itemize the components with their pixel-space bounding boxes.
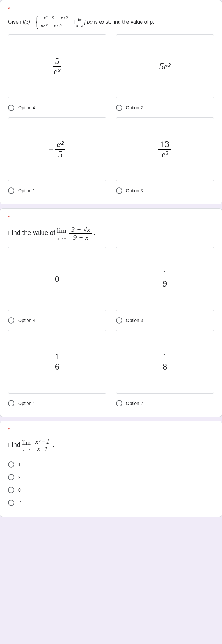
- opt1b-val: 5e²: [159, 61, 171, 71]
- piecewise-rows: −x² +9x≤2 peˣx>2: [41, 14, 68, 29]
- opt2b-num: 1: [161, 269, 169, 279]
- required-mark: *: [8, 6, 10, 11]
- opt1c-neg: −: [49, 144, 54, 154]
- left-brace-icon: {: [35, 17, 38, 26]
- option-radio-3a[interactable]: 1: [8, 458, 214, 471]
- radio-icon: [8, 487, 14, 493]
- question-card-1: * Given f(x)= { −x² +9x≤2 peˣx>2 . If li…: [0, 0, 222, 204]
- question-card-2: * Find the value of lim x→9 3 − √x 9 − x…: [0, 208, 222, 417]
- option-radio-1c[interactable]: Option 1: [8, 185, 106, 196]
- required-mark: *: [8, 427, 10, 432]
- opt1d-label: Option 3: [126, 188, 143, 193]
- question-text-3: Find lim x→1 x² −1 x+1 .: [8, 438, 214, 453]
- opt1a-label: Option 4: [18, 105, 35, 110]
- piece2-expr: peˣ: [41, 22, 47, 30]
- radio-icon: [116, 105, 122, 111]
- option-radio-3b[interactable]: 2: [8, 471, 214, 484]
- option-radio-2b[interactable]: Option 3: [116, 315, 214, 326]
- q3-prefix: Find: [8, 441, 22, 448]
- opt2c-label: Option 1: [18, 401, 35, 406]
- q3-frac-num: x² −1: [34, 438, 51, 445]
- opt2b-label: Option 3: [126, 318, 143, 323]
- opt3d-label: -1: [18, 500, 22, 505]
- lim-label: lim: [76, 16, 83, 24]
- opt2a-val: 0: [55, 274, 59, 284]
- question-text-2: Find the value of lim x→9 3 − √x 9 − x .: [8, 225, 214, 242]
- option-image-2b: 19: [116, 247, 214, 311]
- q2-lim-label: lim: [57, 225, 66, 236]
- radio-icon: [8, 317, 14, 324]
- option-image-1b: 5e²: [116, 34, 214, 98]
- q2-period: .: [94, 229, 96, 237]
- question-card-3: * Find lim x→1 x² −1 x+1 . 1 2 0 -1: [0, 421, 222, 517]
- option-radio-2c[interactable]: Option 1: [8, 398, 106, 409]
- radio-icon: [116, 187, 122, 194]
- q1-mid: . If: [69, 19, 76, 25]
- option-image-1d: 13e²: [116, 117, 214, 181]
- opt1a-num: 5: [53, 56, 61, 67]
- lim-fx: f (x): [84, 19, 93, 25]
- opt3c-label: 0: [18, 487, 21, 493]
- opt1a-den: e²: [52, 67, 62, 77]
- option-image-1c: − e²5: [8, 117, 106, 181]
- opt2c-num: 1: [53, 352, 61, 362]
- piece2-cond: x>2: [54, 22, 61, 30]
- fx-label: f(x)=: [23, 18, 33, 26]
- option-radio-1b[interactable]: Option 2: [116, 102, 214, 113]
- q3-lim-label: lim: [22, 438, 31, 447]
- piece1-cond: x≤2: [61, 14, 68, 22]
- q3-frac-den: x+1: [35, 445, 50, 452]
- opt3b-label: 2: [18, 475, 21, 480]
- option-radio-2a[interactable]: Option 4: [8, 315, 106, 326]
- opt2d-den: 8: [161, 362, 169, 372]
- opt2d-label: Option 2: [126, 401, 143, 406]
- radio-icon: [8, 187, 14, 194]
- q2-frac-num: 3 − √x: [69, 226, 92, 234]
- option-radio-2d[interactable]: Option 2: [116, 398, 214, 409]
- lim-sub: x→2: [76, 23, 83, 28]
- q2-lim-sub: x→9: [57, 236, 65, 242]
- opt2c-den: 6: [53, 362, 61, 372]
- piece1-expr: −x² +9: [41, 14, 54, 22]
- opt1c-label: Option 1: [18, 188, 35, 193]
- q3-lim-sub: x→1: [23, 447, 30, 453]
- opt1c-den: 5: [56, 150, 65, 159]
- q3-period: .: [53, 441, 55, 448]
- option-image-2a: 0: [8, 247, 106, 311]
- opt2d-num: 1: [161, 352, 169, 362]
- opt1b-label: Option 2: [126, 105, 143, 110]
- opt1d-num: 13: [158, 139, 171, 150]
- radio-icon: [8, 400, 14, 406]
- piecewise-function: f(x)= { −x² +9x≤2 peˣx>2: [23, 14, 68, 29]
- option-image-2c: 16: [8, 330, 106, 394]
- opt2a-label: Option 4: [18, 318, 35, 323]
- radio-icon: [116, 400, 122, 406]
- opt2b-den: 9: [161, 279, 169, 289]
- required-mark: *: [8, 214, 10, 219]
- option-image-2d: 18: [116, 330, 214, 394]
- radio-icon: [8, 105, 14, 111]
- radio-icon: [8, 500, 14, 506]
- opt1c-num: e²: [55, 139, 65, 150]
- q1-suffix: is exist, find the value of p.: [94, 19, 154, 25]
- question-text-1: Given f(x)= { −x² +9x≤2 peˣx>2 . If lim …: [8, 14, 214, 29]
- opt1d-den: e²: [160, 150, 170, 159]
- options-list-3: 1 2 0 -1: [8, 458, 214, 509]
- option-radio-3d[interactable]: -1: [8, 496, 214, 509]
- option-radio-1d[interactable]: Option 3: [116, 185, 214, 196]
- options-grid-2: 0 Option 4 19 Option 3 16 Option 1: [8, 247, 214, 409]
- q2-prefix: Find the value of: [8, 229, 57, 236]
- radio-icon: [116, 317, 122, 324]
- option-radio-1a[interactable]: Option 4: [8, 102, 106, 113]
- option-radio-3c[interactable]: 0: [8, 484, 214, 496]
- q1-prefix: Given: [8, 19, 23, 25]
- option-image-1a: 5e²: [8, 34, 106, 98]
- q2-frac-den: 9 − x: [71, 234, 90, 241]
- radio-icon: [8, 474, 14, 480]
- options-grid-1: 5e² Option 4 5e² Option 2 − e²5 Opt: [8, 34, 214, 196]
- opt3a-label: 1: [18, 462, 21, 467]
- radio-icon: [8, 461, 14, 468]
